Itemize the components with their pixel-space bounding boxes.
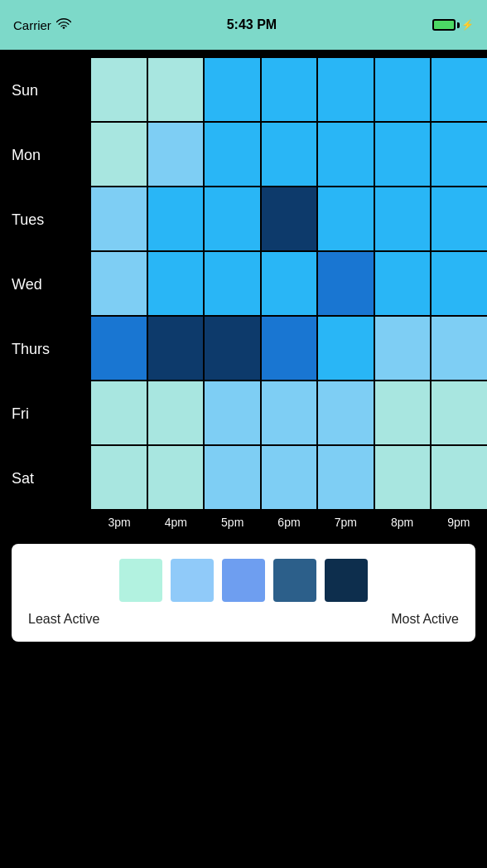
- grid-row-mon: [91, 123, 487, 186]
- legend-swatch-2: [171, 559, 214, 602]
- heatmap-area: Sun Mon Tues Wed Thurs Fri Sat: [0, 58, 487, 511]
- heatmap-grid: [91, 58, 487, 511]
- legend-swatch-4: [273, 559, 316, 602]
- battery-tip: [457, 22, 460, 28]
- day-label-tues: Tues: [0, 187, 91, 252]
- legend-least-active: Least Active: [28, 612, 99, 627]
- cell-sun-7pm: [318, 58, 374, 121]
- time-label-3pm: 3pm: [91, 516, 147, 529]
- cell-fri-9pm: [432, 381, 487, 444]
- legend-swatch-3: [222, 559, 265, 602]
- cell-thurs-8pm: [375, 317, 431, 380]
- time-labels: 3pm 4pm 5pm 6pm 7pm 8pm 9pm: [0, 516, 487, 529]
- cell-sun-3pm: [91, 58, 147, 121]
- cell-mon-4pm: [148, 123, 204, 186]
- day-label-sun: Sun: [0, 58, 91, 123]
- cell-tues-5pm: [205, 187, 260, 250]
- grid-row-wed: [91, 252, 487, 315]
- cell-tues-6pm: [262, 187, 317, 250]
- time-display: 5:43 PM: [227, 17, 277, 32]
- status-bar: Carrier 5:43 PM ⚡: [0, 0, 487, 50]
- cell-mon-5pm: [205, 123, 260, 186]
- cell-fri-6pm: [262, 381, 317, 444]
- cell-sun-5pm: [205, 58, 260, 121]
- cell-wed-5pm: [205, 252, 260, 315]
- cell-sun-9pm: [432, 58, 487, 121]
- time-label-6pm: 6pm: [261, 516, 317, 529]
- cell-wed-6pm: [262, 252, 317, 315]
- carrier-label: Carrier: [13, 18, 51, 32]
- battery-area: ⚡: [432, 19, 474, 31]
- cell-mon-3pm: [91, 123, 147, 186]
- legend-swatches: [28, 559, 459, 602]
- time-label-7pm: 7pm: [317, 516, 374, 529]
- main-content: Sun Mon Tues Wed Thurs Fri Sat: [0, 50, 487, 868]
- cell-thurs-6pm: [262, 317, 317, 380]
- cell-mon-9pm: [432, 123, 487, 186]
- cell-sat-4pm: [148, 446, 204, 509]
- cell-sat-9pm: [432, 446, 487, 509]
- legend-most-active: Most Active: [391, 612, 459, 627]
- cell-thurs-9pm: [432, 317, 487, 380]
- cell-fri-7pm: [318, 381, 374, 444]
- cell-sat-6pm: [262, 446, 317, 509]
- cell-wed-8pm: [375, 252, 431, 315]
- cell-tues-8pm: [375, 187, 431, 250]
- charging-icon: ⚡: [461, 19, 474, 31]
- cell-fri-5pm: [205, 381, 260, 444]
- legend-labels: Least Active Most Active: [28, 612, 459, 627]
- legend-swatch-1: [119, 559, 162, 602]
- wifi-icon: [56, 18, 71, 32]
- cell-wed-9pm: [432, 252, 487, 315]
- heatmap-wrapper: Sun Mon Tues Wed Thurs Fri Sat: [0, 58, 487, 529]
- cell-tues-4pm: [148, 187, 204, 250]
- cell-tues-9pm: [432, 187, 487, 250]
- grid-row-sun: [91, 58, 487, 121]
- grid-row-tues: [91, 187, 487, 250]
- cell-sat-8pm: [375, 446, 431, 509]
- grid-row-sat: [91, 446, 487, 509]
- cell-tues-3pm: [91, 187, 147, 250]
- cell-mon-7pm: [318, 123, 374, 186]
- cell-thurs-4pm: [148, 317, 204, 380]
- cell-sun-6pm: [262, 58, 317, 121]
- day-label-mon: Mon: [0, 123, 91, 187]
- time-label-5pm: 5pm: [205, 516, 261, 529]
- legend-swatch-5: [325, 559, 368, 602]
- time-label-8pm: 8pm: [374, 516, 430, 529]
- legend-box: Least Active Most Active: [12, 544, 475, 642]
- day-label-wed: Wed: [0, 252, 91, 317]
- cell-fri-8pm: [375, 381, 431, 444]
- grid-row-fri: [91, 381, 487, 444]
- battery-icon: [432, 19, 456, 31]
- day-labels: Sun Mon Tues Wed Thurs Fri Sat: [0, 58, 91, 511]
- cell-wed-4pm: [148, 252, 204, 315]
- cell-sun-4pm: [148, 58, 204, 121]
- cell-fri-3pm: [91, 381, 147, 444]
- carrier-area: Carrier: [13, 18, 71, 32]
- cell-wed-7pm: [318, 252, 374, 315]
- time-label-9pm: 9pm: [431, 516, 487, 529]
- cell-sat-7pm: [318, 446, 374, 509]
- grid-row-thurs: [91, 317, 487, 380]
- time-label-4pm: 4pm: [147, 516, 204, 529]
- day-label-thurs: Thurs: [0, 317, 91, 381]
- day-label-sat: Sat: [0, 446, 91, 511]
- cell-wed-3pm: [91, 252, 147, 315]
- cell-sat-3pm: [91, 446, 147, 509]
- cell-thurs-7pm: [318, 317, 374, 380]
- day-label-fri: Fri: [0, 381, 91, 446]
- cell-thurs-3pm: [91, 317, 147, 380]
- cell-sat-5pm: [205, 446, 260, 509]
- cell-mon-8pm: [375, 123, 431, 186]
- cell-fri-4pm: [148, 381, 204, 444]
- cell-thurs-5pm: [205, 317, 260, 380]
- cell-mon-6pm: [262, 123, 317, 186]
- cell-sun-8pm: [375, 58, 431, 121]
- cell-tues-7pm: [318, 187, 374, 250]
